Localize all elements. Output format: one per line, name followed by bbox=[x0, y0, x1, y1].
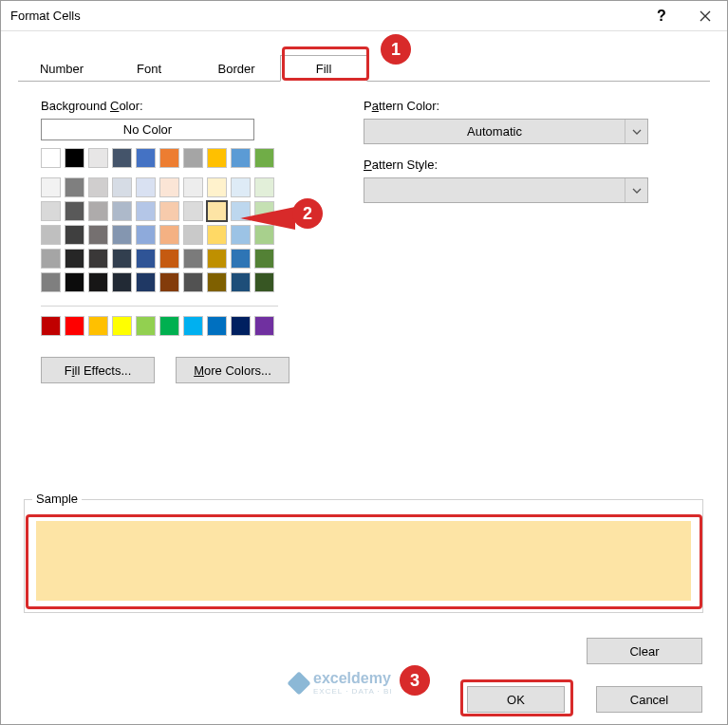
close-button[interactable] bbox=[683, 1, 727, 31]
color-swatch[interactable] bbox=[88, 148, 108, 168]
color-swatch[interactable] bbox=[231, 148, 251, 168]
color-swatch[interactable] bbox=[207, 148, 227, 168]
color-swatch[interactable] bbox=[136, 316, 156, 336]
color-swatch[interactable] bbox=[207, 177, 227, 197]
color-swatch[interactable] bbox=[88, 249, 108, 269]
color-swatch[interactable] bbox=[183, 316, 203, 336]
color-swatch[interactable] bbox=[231, 177, 251, 197]
color-swatch[interactable] bbox=[41, 148, 61, 168]
color-swatch[interactable] bbox=[159, 177, 179, 197]
color-swatch[interactable] bbox=[88, 225, 108, 245]
more-colors-button[interactable]: More Colors... bbox=[176, 357, 289, 383]
color-swatch[interactable] bbox=[159, 148, 179, 168]
color-swatch[interactable] bbox=[112, 148, 132, 168]
color-swatch[interactable] bbox=[159, 225, 179, 245]
color-swatch[interactable] bbox=[112, 201, 132, 221]
color-swatch[interactable] bbox=[88, 201, 108, 221]
tint-column bbox=[159, 177, 179, 292]
color-swatch[interactable] bbox=[207, 201, 227, 221]
color-swatch[interactable] bbox=[159, 249, 179, 269]
tab-number[interactable]: Number bbox=[18, 55, 105, 82]
color-swatch[interactable] bbox=[136, 249, 156, 269]
color-swatch[interactable] bbox=[159, 201, 179, 221]
watermark-text: exceldemy EXCEL · DATA · BI bbox=[313, 670, 393, 696]
color-swatch[interactable] bbox=[41, 249, 61, 269]
color-swatch[interactable] bbox=[136, 148, 156, 168]
color-swatch[interactable] bbox=[159, 316, 179, 336]
color-swatch[interactable] bbox=[112, 316, 132, 336]
color-swatch[interactable] bbox=[254, 148, 274, 168]
chevron-down-icon bbox=[625, 178, 647, 202]
color-swatch[interactable] bbox=[41, 272, 61, 292]
standard-color-row bbox=[41, 306, 278, 336]
pattern-color-value: Automatic bbox=[364, 124, 625, 139]
color-swatch[interactable] bbox=[88, 177, 108, 197]
color-swatch[interactable] bbox=[136, 272, 156, 292]
color-swatch[interactable] bbox=[254, 316, 274, 336]
color-swatch[interactable] bbox=[65, 201, 84, 221]
clear-button[interactable]: Clear bbox=[587, 638, 702, 664]
tab-strip: Number Font Border Fill bbox=[18, 54, 710, 82]
color-swatch[interactable] bbox=[183, 177, 203, 197]
color-swatch[interactable] bbox=[183, 148, 203, 168]
color-swatch[interactable] bbox=[136, 201, 156, 221]
pattern-color-combo[interactable]: Automatic bbox=[364, 119, 648, 144]
sample-label: Sample bbox=[32, 492, 82, 506]
color-swatch[interactable] bbox=[254, 272, 274, 292]
color-swatch[interactable] bbox=[207, 316, 227, 336]
color-swatch[interactable] bbox=[231, 272, 251, 292]
tint-column bbox=[183, 177, 203, 292]
color-swatch[interactable] bbox=[112, 272, 132, 292]
color-swatch[interactable] bbox=[254, 177, 274, 197]
tab-border[interactable]: Border bbox=[193, 55, 280, 82]
color-swatch[interactable] bbox=[207, 225, 227, 245]
no-color-button[interactable]: No Color bbox=[41, 119, 254, 140]
color-swatch[interactable] bbox=[231, 249, 251, 269]
color-swatch[interactable] bbox=[41, 177, 61, 197]
tint-column bbox=[136, 177, 156, 292]
tab-fill[interactable]: Fill bbox=[280, 55, 367, 82]
tint-column bbox=[254, 177, 274, 292]
background-color-label: Background Color: bbox=[41, 99, 364, 113]
color-swatch[interactable] bbox=[183, 249, 203, 269]
color-swatch[interactable] bbox=[65, 249, 84, 269]
color-swatch[interactable] bbox=[136, 177, 156, 197]
color-swatch[interactable] bbox=[231, 316, 251, 336]
color-swatch[interactable] bbox=[159, 272, 179, 292]
color-swatch[interactable] bbox=[88, 272, 108, 292]
color-swatch[interactable] bbox=[65, 177, 84, 197]
color-swatch[interactable] bbox=[65, 316, 84, 336]
color-swatch[interactable] bbox=[183, 272, 203, 292]
ok-button[interactable]: OK bbox=[467, 686, 565, 713]
color-swatch[interactable] bbox=[41, 316, 61, 336]
color-swatch[interactable] bbox=[41, 225, 61, 245]
color-swatch[interactable] bbox=[112, 177, 132, 197]
format-cells-dialog: Format Cells ? Number Font Border Fill B… bbox=[0, 0, 728, 725]
color-swatch[interactable] bbox=[207, 272, 227, 292]
color-swatch[interactable] bbox=[65, 272, 84, 292]
color-swatch[interactable] bbox=[183, 201, 203, 221]
dialog-title: Format Cells bbox=[10, 9, 640, 23]
tint-column bbox=[41, 177, 61, 292]
pattern-style-combo[interactable] bbox=[364, 177, 648, 203]
color-swatch[interactable] bbox=[183, 225, 203, 245]
color-swatch[interactable] bbox=[88, 316, 108, 336]
theme-color-row bbox=[41, 148, 364, 168]
watermark-tag: EXCEL · DATA · BI bbox=[313, 687, 393, 696]
cancel-button[interactable]: Cancel bbox=[596, 686, 702, 713]
watermark-logo-icon bbox=[287, 671, 310, 695]
fill-effects-button[interactable]: Fill Effects... bbox=[41, 357, 155, 383]
color-swatch[interactable] bbox=[65, 148, 84, 168]
tint-color-grid bbox=[41, 177, 364, 292]
color-swatch[interactable] bbox=[136, 225, 156, 245]
color-swatch[interactable] bbox=[41, 201, 61, 221]
color-swatch[interactable] bbox=[65, 225, 84, 245]
color-swatch[interactable] bbox=[112, 225, 132, 245]
color-swatch[interactable] bbox=[254, 249, 274, 269]
callout-1: 1 bbox=[381, 34, 411, 65]
color-swatch[interactable] bbox=[207, 249, 227, 269]
color-swatch[interactable] bbox=[112, 249, 132, 269]
dialog-content: Background Color: No Color Fill Effects.… bbox=[1, 82, 727, 383]
help-button[interactable]: ? bbox=[640, 1, 683, 31]
tab-font[interactable]: Font bbox=[105, 55, 193, 82]
